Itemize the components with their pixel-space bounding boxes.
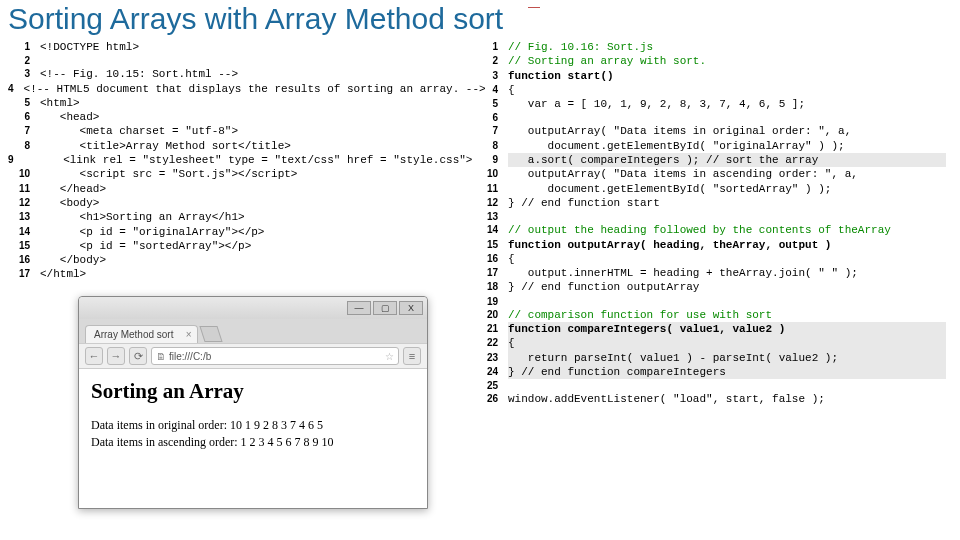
code-text: } // end function compareIntegers [508, 365, 946, 379]
code-text: var a = [ 10, 1, 9, 2, 8, 3, 7, 4, 6, 5 … [508, 97, 946, 111]
code-text: { [508, 252, 946, 266]
line-number: 6 [8, 110, 30, 124]
line-number: 17 [8, 267, 30, 281]
line-number: 8 [8, 139, 30, 153]
code-text: // output the heading followed by the co… [508, 223, 946, 237]
code-text: { [508, 336, 946, 350]
line-number: 4 [8, 82, 14, 96]
minimize-button[interactable]: — [347, 301, 371, 315]
code-line: 15function outputArray( heading, theArra… [476, 238, 946, 252]
line-number: 7 [476, 124, 498, 138]
line-number: 23 [476, 351, 498, 365]
page-heading: Sorting an Array [91, 379, 415, 404]
code-text: </html> [40, 267, 468, 281]
code-text: <p id = "sortedArray"></p> [40, 239, 468, 253]
line-number: 8 [476, 139, 498, 153]
close-button[interactable]: X [399, 301, 423, 315]
line-number: 17 [476, 266, 498, 280]
code-text: <meta charset = "utf-8"> [40, 124, 468, 138]
code-line: 8 document.getElementById( "originalArra… [476, 139, 946, 153]
line-number: 21 [476, 322, 498, 336]
code-text: window.addEventListener( "load", start, … [508, 392, 946, 406]
code-line: 8 <title>Array Method sort</title> [8, 139, 468, 153]
code-text: <!-- HTML5 document that displays the re… [24, 82, 486, 96]
code-line: 3function start() [476, 69, 946, 83]
code-text: } // end function start [508, 196, 946, 210]
line-number: 25 [476, 379, 498, 392]
code-line: 20// comparison function for use with so… [476, 308, 946, 322]
line-number: 9 [8, 153, 14, 167]
forward-button[interactable]: → [107, 347, 125, 365]
code-line: 5 var a = [ 10, 1, 9, 2, 8, 3, 7, 4, 6, … [476, 97, 946, 111]
rendered-page: Sorting an Array Data items in original … [79, 369, 427, 462]
line-number: 6 [476, 111, 498, 124]
tab-close-icon[interactable]: × [186, 329, 192, 340]
code-line: 1// Fig. 10.16: Sort.js [476, 40, 946, 54]
line-number: 1 [8, 40, 30, 54]
line-number: 13 [8, 210, 30, 224]
code-line: 14 <p id = "originalArray"></p> [8, 225, 468, 239]
line-number: 7 [8, 124, 30, 138]
html-code-listing: 1<!DOCTYPE html>23<!-- Fig. 10.15: Sort.… [8, 40, 468, 282]
line-number: 4 [476, 83, 498, 97]
code-text [508, 295, 946, 308]
line-number: 12 [8, 196, 30, 210]
code-line: 7 outputArray( "Data items in original o… [476, 124, 946, 138]
code-line: 12 <body> [8, 196, 468, 210]
line-number: 2 [476, 54, 498, 68]
line-number: 15 [8, 239, 30, 253]
line-number: 5 [8, 96, 30, 110]
code-line: 4<!-- HTML5 document that displays the r… [8, 82, 468, 96]
code-line: 9 <link rel = "stylesheet" type = "text/… [8, 153, 468, 167]
address-bar[interactable]: 🗎 file:///C:/b ☆ [151, 347, 399, 365]
tab-title: Array Method sort [94, 329, 173, 340]
code-line: 7 <meta charset = "utf-8"> [8, 124, 468, 138]
maximize-button[interactable]: ▢ [373, 301, 397, 315]
js-code-listing: 1// Fig. 10.16: Sort.js2// Sorting an ar… [476, 40, 946, 407]
code-text [508, 210, 946, 223]
code-line: 6 <head> [8, 110, 468, 124]
browser-tab[interactable]: Array Method sort × [85, 325, 198, 343]
address-bar-row: ← → ⟳ 🗎 file:///C:/b ☆ ≡ [79, 343, 427, 369]
menu-button[interactable]: ≡ [403, 347, 421, 365]
code-line: 11 </head> [8, 182, 468, 196]
code-text: </body> [40, 253, 468, 267]
code-text: a.sort( compareIntegers ); // sort the a… [508, 153, 946, 167]
code-text: <!DOCTYPE html> [40, 40, 468, 54]
code-text: function outputArray( heading, theArray,… [508, 238, 946, 252]
code-text: <title>Array Method sort</title> [40, 139, 468, 153]
sorted-array-output: Data items in ascending order: 1 2 3 4 5… [91, 435, 415, 450]
code-text: <h1>Sorting an Array</h1> [40, 210, 468, 224]
code-line: 19 [476, 295, 946, 308]
bookmark-star-icon[interactable]: ☆ [385, 351, 394, 362]
file-icon: 🗎 [156, 351, 166, 362]
line-number: 10 [8, 167, 30, 181]
code-text: output.innerHTML = heading + theArray.jo… [508, 266, 946, 280]
line-number: 26 [476, 392, 498, 406]
window-titlebar: — ▢ X [79, 297, 427, 319]
code-line: 14// output the heading followed by the … [476, 223, 946, 237]
browser-tabbar: Array Method sort × [79, 319, 427, 343]
reload-button[interactable]: ⟳ [129, 347, 147, 365]
code-line: 10 <script src = "Sort.js"></script> [8, 167, 468, 181]
code-text: outputArray( "Data items in ascending or… [508, 167, 946, 181]
code-line: 22{ [476, 336, 946, 350]
back-button[interactable]: ← [85, 347, 103, 365]
code-line: 1<!DOCTYPE html> [8, 40, 468, 54]
line-number: 24 [476, 365, 498, 379]
code-text: } // end function outputArray [508, 280, 946, 294]
code-line: 16 </body> [8, 253, 468, 267]
new-tab-button[interactable] [200, 326, 223, 342]
line-number: 11 [8, 182, 30, 196]
line-number: 16 [8, 253, 30, 267]
code-line: 11 document.getElementById( "sortedArray… [476, 182, 946, 196]
code-text [40, 54, 468, 67]
code-text: document.getElementById( "originalArray"… [508, 139, 946, 153]
code-line: 3<!-- Fig. 10.15: Sort.html --> [8, 67, 468, 81]
code-line: 17 output.innerHTML = heading + theArray… [476, 266, 946, 280]
code-line: 9 a.sort( compareIntegers ); // sort the… [476, 153, 946, 167]
line-number: 3 [476, 69, 498, 83]
line-number: 14 [8, 225, 30, 239]
url-text: file:///C:/b [169, 351, 211, 362]
code-text: { [508, 83, 946, 97]
